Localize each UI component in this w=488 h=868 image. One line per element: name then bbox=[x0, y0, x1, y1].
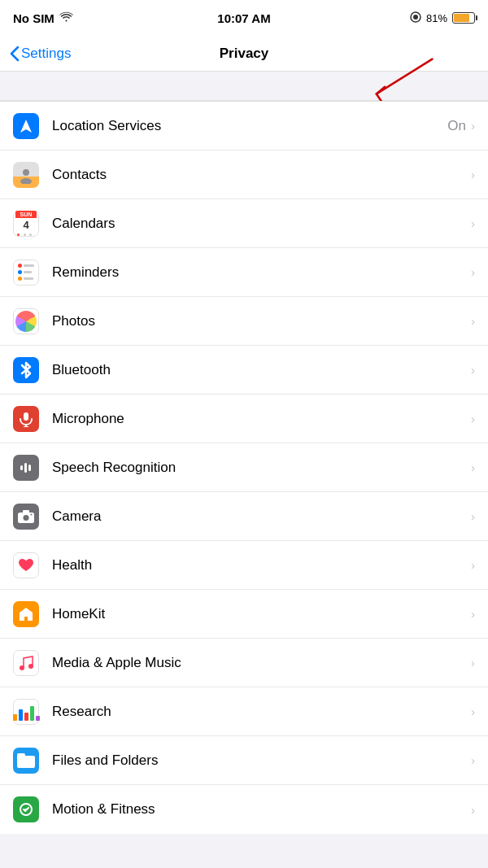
camera-icon bbox=[13, 504, 39, 530]
status-bar: No SIM 10:07 AM 81% bbox=[0, 0, 488, 36]
settings-item-contacts[interactable]: Contacts › bbox=[0, 150, 488, 199]
bluetooth-label: Bluetooth bbox=[52, 362, 469, 378]
svg-rect-4 bbox=[24, 412, 28, 421]
homekit-icon bbox=[13, 601, 39, 627]
health-right: › bbox=[469, 558, 475, 572]
settings-item-homekit[interactable]: HomeKit › bbox=[0, 590, 488, 639]
location-services-label: Location Services bbox=[52, 118, 447, 134]
settings-item-bluetooth[interactable]: Bluetooth › bbox=[0, 346, 488, 395]
motion-chevron: › bbox=[471, 803, 475, 817]
location-status-icon bbox=[410, 11, 421, 25]
microphone-icon bbox=[13, 406, 39, 432]
settings-item-speech-recognition[interactable]: Speech Recognition › bbox=[0, 443, 488, 492]
motion-icon bbox=[13, 796, 39, 822]
homekit-label: HomeKit bbox=[52, 606, 469, 622]
settings-item-photos[interactable]: Photos › bbox=[0, 297, 488, 346]
svg-point-14 bbox=[20, 665, 24, 670]
svg-point-11 bbox=[24, 515, 29, 521]
battery-pct: 81% bbox=[426, 12, 447, 24]
music-right: › bbox=[469, 656, 475, 670]
settings-item-microphone[interactable]: Microphone › bbox=[0, 395, 488, 443]
contacts-right: › bbox=[469, 168, 475, 181]
health-chevron: › bbox=[471, 558, 475, 572]
svg-rect-8 bbox=[24, 463, 27, 473]
location-services-chevron: › bbox=[471, 119, 475, 133]
camera-chevron: › bbox=[471, 509, 475, 523]
location-services-icon bbox=[13, 113, 39, 139]
settings-list: Location Services On › Contacts › SUN 4 bbox=[0, 101, 488, 834]
settings-item-camera[interactable]: Camera › bbox=[0, 492, 488, 541]
homekit-right: › bbox=[469, 607, 475, 621]
settings-item-reminders[interactable]: Reminders › bbox=[0, 248, 488, 297]
location-services-value: On bbox=[447, 118, 466, 134]
status-left: No SIM bbox=[13, 11, 73, 25]
photos-icon bbox=[13, 308, 39, 334]
contacts-label: Contacts bbox=[52, 167, 469, 183]
settings-item-calendars[interactable]: SUN 4 Calendars › bbox=[0, 199, 488, 248]
settings-item-motion[interactable]: Motion & Fitness › bbox=[0, 785, 488, 834]
status-right: 81% bbox=[410, 11, 475, 25]
calendars-icon: SUN 4 bbox=[13, 211, 39, 237]
wifi-icon bbox=[59, 11, 73, 24]
svg-point-1 bbox=[413, 15, 418, 20]
svg-rect-17 bbox=[17, 753, 25, 758]
nav-bar: Settings Privacy bbox=[0, 36, 488, 72]
reminders-label: Reminders bbox=[52, 264, 469, 281]
bluetooth-icon bbox=[13, 357, 39, 383]
research-right: › bbox=[469, 704, 475, 718]
back-button[interactable]: Settings bbox=[10, 46, 71, 62]
files-icon bbox=[13, 748, 39, 774]
research-label: Research bbox=[52, 704, 469, 720]
svg-point-2 bbox=[23, 169, 29, 176]
microphone-chevron: › bbox=[471, 412, 475, 425]
battery-icon bbox=[452, 12, 475, 24]
calendars-chevron: › bbox=[471, 216, 475, 230]
speech-recognition-icon bbox=[13, 455, 39, 481]
health-icon bbox=[13, 552, 39, 578]
settings-item-research[interactable]: Research › bbox=[0, 687, 488, 736]
motion-label: Motion & Fitness bbox=[52, 801, 469, 818]
photos-right: › bbox=[469, 314, 475, 328]
files-label: Files and Folders bbox=[52, 752, 469, 769]
microphone-right: › bbox=[469, 412, 475, 425]
reminders-icon bbox=[13, 260, 39, 286]
svg-rect-9 bbox=[28, 465, 31, 471]
homekit-chevron: › bbox=[471, 607, 475, 621]
settings-item-health[interactable]: Health › bbox=[0, 541, 488, 590]
svg-rect-12 bbox=[23, 510, 29, 513]
photos-label: Photos bbox=[52, 313, 469, 329]
carrier-text: No SIM bbox=[13, 11, 54, 25]
bluetooth-chevron: › bbox=[471, 363, 475, 377]
svg-rect-7 bbox=[20, 465, 23, 470]
microphone-label: Microphone bbox=[52, 411, 469, 427]
calendars-right: › bbox=[469, 216, 475, 230]
speech-recognition-chevron: › bbox=[471, 460, 475, 474]
music-icon bbox=[13, 650, 39, 676]
camera-right: › bbox=[469, 509, 475, 523]
research-chevron: › bbox=[471, 704, 475, 718]
music-label: Media & Apple Music bbox=[52, 655, 469, 671]
svg-point-13 bbox=[31, 513, 33, 515]
reminders-chevron: › bbox=[471, 265, 475, 279]
svg-point-15 bbox=[28, 664, 33, 669]
chevron-left-icon bbox=[10, 46, 20, 62]
svg-point-3 bbox=[20, 178, 32, 184]
photos-chevron: › bbox=[471, 314, 475, 328]
reminders-right: › bbox=[469, 265, 475, 279]
motion-right: › bbox=[469, 803, 475, 817]
contacts-icon bbox=[13, 162, 39, 188]
page-title: Privacy bbox=[220, 46, 269, 62]
speech-recognition-right: › bbox=[469, 460, 475, 474]
bluetooth-right: › bbox=[469, 363, 475, 377]
research-icon bbox=[13, 699, 39, 725]
files-right: › bbox=[469, 753, 475, 767]
contacts-chevron: › bbox=[471, 168, 475, 181]
settings-item-files[interactable]: Files and Folders › bbox=[0, 736, 488, 785]
settings-item-music[interactable]: Media & Apple Music › bbox=[0, 639, 488, 687]
back-label: Settings bbox=[21, 46, 71, 62]
speech-recognition-label: Speech Recognition bbox=[52, 460, 469, 476]
music-chevron: › bbox=[471, 656, 475, 670]
settings-item-location-services[interactable]: Location Services On › bbox=[0, 102, 488, 150]
camera-label: Camera bbox=[52, 508, 469, 525]
section-gap bbox=[0, 72, 488, 101]
